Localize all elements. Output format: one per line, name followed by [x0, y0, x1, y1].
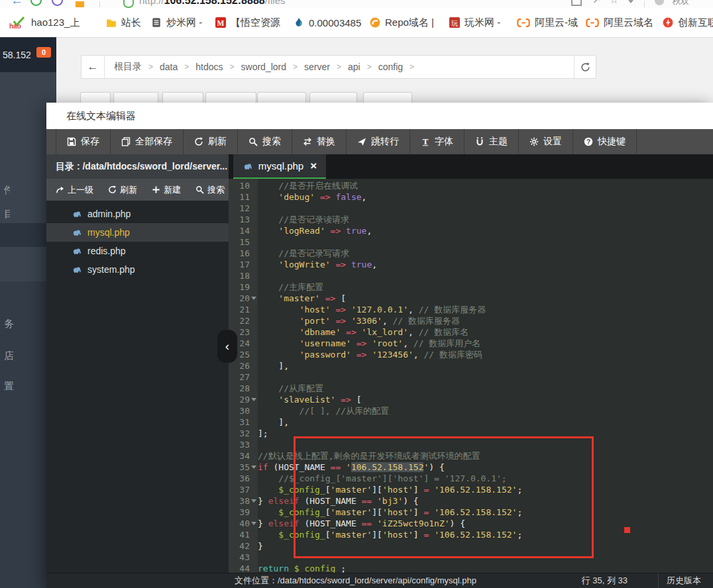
close-tab-icon[interactable]: × [310, 162, 317, 171]
bookmark-item[interactable]: M【悟空资源 [215, 8, 280, 37]
fold-marker-icon[interactable] [250, 522, 258, 525]
file-item[interactable]: mysql.php [46, 223, 229, 242]
fold-marker-icon[interactable] [250, 398, 258, 401]
toolbar-button-跳转行[interactable]: 跳转行 [347, 129, 410, 154]
breadcrumb-item[interactable]: 根目录 [114, 61, 142, 73]
toolbar-button-保存[interactable]: 保存 [56, 129, 111, 154]
file-item[interactable]: redis.php [46, 242, 229, 260]
sidebar-item-partial: 目 [4, 208, 10, 220]
star-icon[interactable]: ☆ [610, 0, 618, 6]
bookmark-item[interactable]: 玩玩米网 - [449, 8, 500, 37]
bookmark-item[interactable]: 站长 [106, 8, 141, 37]
breadcrumb-path: 根目录>data>htdocs>sword_lord>server>api>co… [105, 61, 574, 73]
replace-icon [303, 137, 312, 146]
toolbar-button-全部保存[interactable]: 全部保存 [111, 129, 184, 154]
file-toolbar-button-cut[interactable] [257, 92, 306, 103]
code-line: 44return $_config_; [229, 563, 713, 573]
share-icon[interactable]: ↗ [592, 0, 601, 6]
breadcrumb-item[interactable]: htdocs [195, 62, 223, 72]
tab-mysql-php[interactable]: mysql.php × [233, 154, 326, 179]
breadcrumb-item[interactable]: data [160, 62, 178, 72]
breadcrumb-item[interactable]: config [378, 62, 403, 72]
line-number: 20 [229, 293, 258, 304]
file-item[interactable]: admin.php [46, 205, 229, 223]
avatar[interactable] [655, 0, 664, 5]
url-bar[interactable]: http://106.52.158.152:8888/files [139, 0, 286, 7]
save-icon [67, 137, 76, 146]
extension-icon[interactable] [52, 0, 63, 6]
tree-tool-上一级[interactable]: 上一级 [56, 184, 93, 196]
toolbar-button-快捷键[interactable]: ?快捷键 [573, 129, 637, 154]
sidebar-collapse-handle[interactable]: ‹ [217, 330, 237, 363]
toolbar-button-刷新[interactable]: 刷新 [184, 129, 238, 154]
line-number-text: 33 [231, 439, 250, 450]
server-label: 58.152 [3, 50, 31, 60]
file-toolbar-button-cut[interactable] [309, 92, 357, 103]
toolbar-button-字体[interactable]: T字体 [410, 129, 465, 154]
server-list-item[interactable]: 58.152 0 [0, 38, 56, 72]
file-toolbar-button-cut[interactable] [80, 92, 111, 103]
file-toolbar-button-cut[interactable] [363, 92, 412, 103]
back-button[interactable]: ← [82, 56, 105, 78]
code-text: 'logRead' => true, [258, 225, 372, 236]
line-number-text: 28 [231, 383, 250, 394]
save-all-icon [121, 137, 131, 146]
url-scheme: http:// [139, 0, 164, 6]
history-version-button[interactable]: 历史版本 [658, 573, 713, 588]
toolbar-button-设置[interactable]: 设置 [519, 129, 573, 154]
breadcrumb-item[interactable]: sword_lord [241, 62, 286, 72]
line-number-text: 44 [231, 563, 250, 573]
code-line: 31 ], [229, 416, 713, 428]
toolbar-button-搜索[interactable]: 搜索 [238, 129, 292, 154]
apps-icon[interactable] [571, 0, 582, 6]
bookmark-item[interactable]: 0.00003485 [294, 8, 361, 37]
tree-tool-新建[interactable]: 新建 [152, 184, 181, 196]
tree-tool-刷新[interactable]: 刷新 [108, 184, 137, 196]
fold-marker-icon[interactable] [250, 297, 258, 300]
refresh-path-button[interactable] [574, 56, 596, 78]
code-text: //主库配置 [258, 281, 323, 293]
caret-down-icon[interactable] [628, 0, 633, 3]
code-line: 26 ], [229, 360, 713, 371]
file-name: system.php [87, 264, 135, 275]
code-text: 'port' => '3306', // 数据库服务器 [258, 315, 460, 326]
home-icon[interactable] [76, 1, 84, 7]
toolbar-button-label: 主题 [489, 136, 508, 148]
code-text: 'username' => 'root', // 数据库用户名 [258, 338, 480, 349]
goto-line-icon [357, 137, 366, 146]
swirl-icon [370, 17, 380, 28]
security-shield-icon[interactable] [123, 0, 134, 8]
bookmark-item[interactable]: 阿里云域名 [586, 8, 653, 37]
line-number-text: 32 [231, 428, 250, 439]
php-file-icon [72, 209, 82, 219]
breadcrumb-item[interactable]: api [348, 62, 360, 72]
bookmark-item[interactable]: 炒米网 - [151, 8, 202, 37]
file-toolbar-button-cut[interactable] [205, 92, 256, 103]
code-text: 'dbname' => 'lx_lord', // 数据库名 [258, 326, 468, 338]
breadcrumb-separator: > [367, 62, 372, 72]
file-toolbar-button-cut[interactable] [162, 92, 203, 103]
bookmark-label: 阿里云-域 [535, 17, 578, 29]
file-item[interactable]: system.php [46, 260, 229, 279]
toolbar-button-替换[interactable]: 替换 [292, 129, 347, 154]
fold-marker-icon[interactable] [250, 466, 258, 469]
fold-marker-icon[interactable] [250, 499, 258, 503]
tree-tool-搜索[interactable]: 搜索 [195, 184, 225, 196]
bookmark-item[interactable]: haohao123_上 [9, 8, 80, 37]
line-number-text: 34 [231, 450, 250, 462]
url-host: 106.52.158.152:8888 [164, 0, 265, 6]
bookmark-item[interactable]: Repo域名 | [370, 8, 434, 37]
line-number: 33 [229, 439, 258, 450]
bookmark-item[interactable]: 创新互联 [663, 8, 713, 37]
line-number: 22 [229, 315, 258, 326]
tree-tool-label: 新建 [164, 184, 181, 196]
breadcrumb-item[interactable]: server [304, 62, 330, 72]
back-icon[interactable]: ← [11, 0, 23, 8]
bookmark-item[interactable]: 阿里云-域 [517, 8, 578, 37]
file-toolbar-button-cut[interactable] [113, 92, 158, 103]
reload-icon[interactable] [30, 0, 42, 6]
line-number-text: 26 [231, 360, 250, 371]
toolbar-button-label: 字体 [435, 136, 453, 148]
toolbar-button-主题[interactable]: 主题 [465, 129, 519, 154]
line-number: 35 [229, 462, 258, 473]
